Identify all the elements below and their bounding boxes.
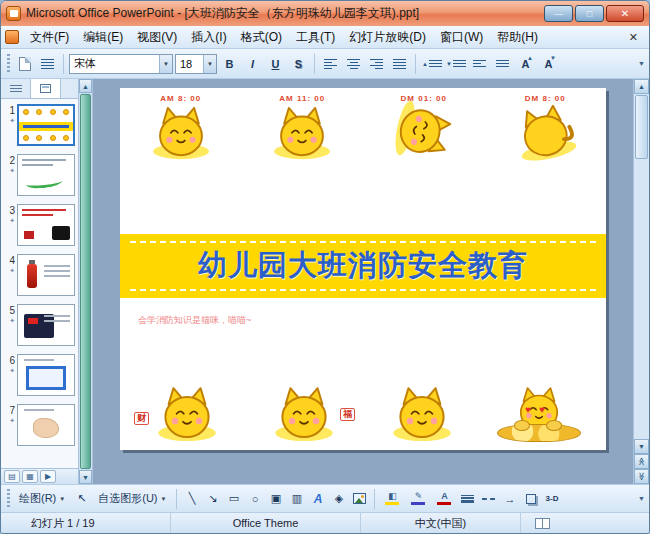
new-slide-button[interactable] [14,53,35,74]
lines-icon [429,60,442,67]
distribute-button[interactable] [389,53,410,74]
menu-edit[interactable]: 编辑(E) [76,27,130,48]
slide-thumbnail[interactable] [17,404,75,446]
three-d-style-button[interactable]: 3-D [542,488,561,509]
text-shadow-button[interactable]: S [288,53,309,74]
language-indicator[interactable]: 中文(中国) [361,513,521,533]
align-right-button[interactable] [366,53,387,74]
title-banner: 幼儿园大班消防安全教育 [120,234,606,298]
maximize-button[interactable]: □ [575,5,604,22]
dash-style-button[interactable] [479,488,498,509]
lines-icon [453,60,466,67]
chevron-down-icon: ▼ [638,61,645,66]
underline-button[interactable]: U [265,53,286,74]
menu-insert[interactable]: 插入(I) [184,27,233,48]
slide-thumbnail[interactable] [17,304,75,346]
line-spacing-decrease-button[interactable]: ▼ [445,53,467,74]
chevron-down-icon: ▼ [638,496,645,501]
double-chevron-up-icon: ≪ [637,457,646,465]
previous-slide-button[interactable]: ≪ [634,454,649,469]
increase-font-button[interactable]: A▲ [515,53,536,74]
font-name-select[interactable]: 宋体 ▼ [69,54,173,74]
vertical-text-box-button[interactable]: ▥ [287,488,306,509]
tab-outline[interactable] [1,79,31,98]
animation-star-icon: ✦ [9,367,15,375]
bullet-list-button[interactable] [492,53,513,74]
triangle-down-icon: ▼ [446,61,452,67]
line-tool-button[interactable]: ╲ [182,488,201,509]
line-color-button[interactable]: ✎ [406,488,430,509]
scrollbar-thumb[interactable] [80,94,91,469]
slide-thumbnail[interactable] [17,204,75,246]
menu-close-icon[interactable]: ✕ [622,30,645,45]
arrow-style-button[interactable]: → [500,488,519,509]
font-color-button[interactable]: A [432,488,456,509]
next-slide-button[interactable]: ≫ [634,469,649,484]
toolbar-options-button[interactable]: ▼ [638,61,645,66]
minimize-button[interactable]: — [544,5,573,22]
diagram-button[interactable]: ◈ [329,488,348,509]
close-button[interactable]: ✕ [606,5,644,22]
insert-picture-button[interactable] [350,488,369,509]
cat-group: ♥♥ [481,384,599,442]
numbered-list-button[interactable] [469,53,490,74]
scrollbar-thumb[interactable] [635,95,648,159]
fill-color-button[interactable]: ◧ [380,488,404,509]
spellcheck-book-icon[interactable] [535,518,550,529]
slide-number-label: 4 [9,255,15,266]
bold-button[interactable]: B [219,53,240,74]
bold-icon: B [226,58,234,70]
slide-thumbnail[interactable] [17,254,75,296]
font-size-select[interactable]: 18 ▼ [175,54,217,74]
slide-sorter-view-button[interactable]: ▦ [22,470,38,483]
menu-help[interactable]: 帮助(H) [490,27,545,48]
slides-icon [40,84,51,93]
slide-thumbnail[interactable] [17,354,75,396]
autoshapes-menu-button[interactable]: 自选图形(U) ▼ [93,488,171,509]
animation-star-icon: ✦ [9,417,15,425]
tab-slides[interactable] [31,79,61,98]
cat-image-morning [150,104,212,160]
thumbnail-art [24,359,54,361]
chevron-down-icon[interactable]: ▼ [203,55,216,73]
thumbnail-art [24,231,34,239]
oval-tool-button[interactable]: ○ [245,488,264,509]
menu-tools[interactable]: 工具(T) [289,27,342,48]
align-center-button[interactable] [343,53,364,74]
scroll-up-button[interactable]: ▲ [634,79,649,94]
line-spacing-increase-button[interactable]: ▲ [421,53,443,74]
distribute-icon [393,59,406,69]
decrease-font-button[interactable]: A▼ [538,53,559,74]
slide-design-button[interactable] [37,53,58,74]
menu-window[interactable]: 窗口(W) [433,27,490,48]
slideshow-button[interactable]: ▶ [40,470,56,483]
toolbar-drag-handle[interactable] [7,54,10,74]
arrow-tool-button[interactable]: ↘ [203,488,222,509]
chevron-down-icon[interactable]: ▼ [159,55,172,73]
rectangle-tool-button[interactable]: ▭ [224,488,243,509]
slides-pane-scrollbar: ▲ ▼ [79,79,93,484]
scroll-down-button[interactable]: ▼ [79,470,92,484]
menu-format[interactable]: 格式(O) [234,27,289,48]
scroll-down-button[interactable]: ▼ [634,439,649,454]
normal-view-button[interactable]: ▤ [4,470,20,483]
menu-file[interactable]: 文件(F) [23,27,76,48]
line-style-button[interactable] [458,488,477,509]
slide-thumbnail[interactable] [17,154,75,196]
menu-view[interactable]: 视图(V) [130,27,184,48]
shadow-style-button[interactable] [521,488,540,509]
draw-menu-button[interactable]: 绘图(R) ▼ [14,488,70,509]
cat-group: DM 8: 00 [485,94,607,160]
select-objects-button[interactable]: ↖ [72,488,91,509]
italic-button[interactable]: I [242,53,263,74]
wordart-button[interactable]: A [308,488,327,509]
text-box-button[interactable]: ▣ [266,488,285,509]
toolbar-options-button[interactable]: ▼ [638,496,645,501]
scrollbar-track[interactable] [634,160,649,439]
align-left-button[interactable] [320,53,341,74]
menu-slideshow[interactable]: 幻灯片放映(D) [342,27,433,48]
toolbar-drag-handle[interactable] [7,489,10,509]
slide-canvas[interactable]: AM 8: 00 AM 11: 00 DM 01: 00 DM 8: 00 [120,88,606,450]
scroll-up-button[interactable]: ▲ [79,79,92,93]
slide-thumbnail[interactable] [17,104,75,146]
